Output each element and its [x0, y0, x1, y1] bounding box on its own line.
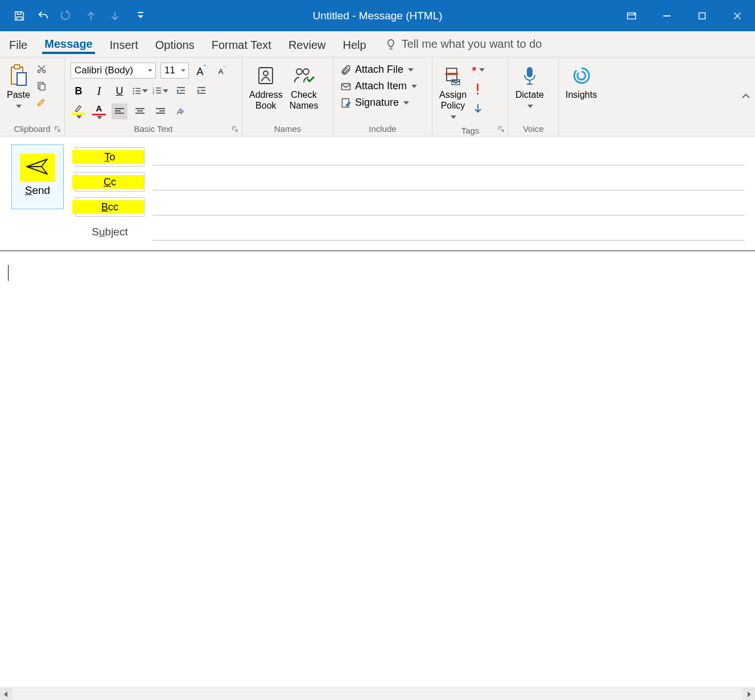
- to-button[interactable]: To: [75, 147, 145, 167]
- svg-rect-2: [663, 15, 671, 16]
- svg-text:3: 3: [152, 92, 154, 95]
- svg-rect-24: [177, 93, 185, 94]
- paste-dropdown[interactable]: [15, 100, 22, 111]
- assign-policy-button[interactable]: Assign Policy: [436, 60, 470, 125]
- check-names-label: Check Names: [290, 89, 319, 111]
- basic-text-launcher[interactable]: [230, 125, 240, 134]
- format-painter-button[interactable]: [35, 96, 48, 110]
- cut-button[interactable]: [35, 62, 48, 76]
- voice-group-label: Voice: [512, 123, 555, 136]
- address-book-button[interactable]: Address Book: [246, 60, 286, 113]
- highlight-color-button[interactable]: [71, 103, 86, 119]
- bullets-button[interactable]: [132, 83, 148, 99]
- horizontal-scrollbar[interactable]: [0, 687, 755, 700]
- clipboard-group-label: Clipboard: [3, 123, 61, 136]
- close-icon[interactable]: [720, 0, 755, 31]
- svg-point-39: [263, 71, 268, 76]
- bcc-button[interactable]: Bcc: [75, 197, 145, 217]
- underline-button[interactable]: U: [112, 83, 127, 99]
- qat-customize-dropdown[interactable]: [135, 7, 146, 25]
- to-field[interactable]: [152, 148, 745, 165]
- low-importance-button[interactable]: [471, 102, 485, 115]
- svg-rect-27: [197, 93, 205, 94]
- signature-button[interactable]: Signature: [337, 95, 412, 110]
- svg-rect-19: [156, 90, 161, 91]
- next-item-icon[interactable]: [106, 7, 124, 25]
- font-color-button[interactable]: A: [91, 103, 107, 119]
- tell-me-search[interactable]: Tell me what you want to do: [385, 38, 542, 51]
- tab-insert[interactable]: Insert: [108, 35, 141, 53]
- names-group-label: Names: [246, 123, 329, 136]
- attach-item-button[interactable]: Attach Item: [337, 78, 420, 94]
- font-family-input[interactable]: [71, 65, 145, 76]
- bcc-field[interactable]: [152, 198, 745, 216]
- format-painter-icon: [36, 97, 47, 109]
- paste-button[interactable]: Paste: [3, 60, 34, 113]
- align-center-button[interactable]: [132, 103, 148, 119]
- svg-rect-47: [477, 84, 478, 91]
- scroll-track[interactable]: [13, 688, 742, 700]
- group-tags: Assign Policy Tags: [432, 57, 509, 136]
- flag-icon: [471, 65, 478, 75]
- check-names-button[interactable]: Check Names: [286, 60, 322, 113]
- low-importance-icon: [473, 103, 482, 114]
- tab-format-text[interactable]: Format Text: [209, 35, 274, 53]
- shrink-font-button[interactable]: Aˇ: [214, 63, 230, 78]
- clipboard-launcher[interactable]: [53, 125, 62, 134]
- previous-item-icon[interactable]: [82, 7, 100, 25]
- clear-formatting-button[interactable]: A: [173, 103, 189, 119]
- cc-button[interactable]: Cc: [75, 172, 145, 192]
- attach-file-button[interactable]: Attach File: [337, 62, 417, 77]
- font-family-combo[interactable]: [71, 63, 156, 78]
- clear-format-icon: A: [176, 106, 186, 117]
- attach-file-label: Attach File: [355, 64, 403, 76]
- font-size-input[interactable]: [161, 65, 178, 76]
- font-size-combo[interactable]: [160, 63, 189, 78]
- svg-rect-30: [115, 113, 124, 114]
- save-icon[interactable]: [10, 7, 28, 25]
- align-left-button[interactable]: [112, 103, 127, 119]
- tab-message[interactable]: Message: [42, 34, 95, 54]
- bold-button[interactable]: B: [71, 83, 86, 99]
- insights-group-label: [562, 123, 609, 136]
- insights-button[interactable]: Insights: [562, 60, 600, 102]
- address-book-label: Address Book: [249, 89, 283, 111]
- minimize-icon[interactable]: [649, 0, 684, 31]
- increase-indent-button[interactable]: [193, 83, 209, 99]
- send-button[interactable]: Send: [11, 144, 64, 209]
- tab-help[interactable]: Help: [341, 35, 369, 53]
- redo-icon[interactable]: [58, 7, 76, 25]
- message-body[interactable]: [0, 250, 755, 687]
- tab-file[interactable]: File: [7, 35, 30, 53]
- scroll-left-button[interactable]: [0, 688, 13, 700]
- font-family-dropdown[interactable]: [145, 63, 155, 78]
- cc-field[interactable]: [152, 173, 745, 190]
- dictate-button[interactable]: Dictate: [512, 60, 547, 113]
- align-right-button[interactable]: [152, 103, 168, 119]
- high-importance-button[interactable]: [471, 82, 485, 96]
- dictate-dropdown[interactable]: [526, 100, 533, 111]
- tab-options[interactable]: Options: [153, 35, 197, 53]
- tags-launcher[interactable]: [497, 125, 506, 134]
- undo-icon[interactable]: [34, 7, 52, 25]
- collapse-ribbon-button[interactable]: [741, 92, 750, 102]
- ribbon-display-options-icon[interactable]: [614, 0, 649, 31]
- send-label: Send: [25, 184, 50, 197]
- font-size-dropdown[interactable]: [178, 63, 188, 78]
- scroll-right-button[interactable]: [742, 688, 755, 700]
- svg-rect-31: [135, 108, 145, 109]
- follow-up-button[interactable]: [471, 63, 485, 77]
- assign-policy-label: Assign Policy: [439, 89, 467, 111]
- assign-policy-dropdown[interactable]: [449, 111, 456, 122]
- numbering-button[interactable]: 123: [152, 83, 168, 99]
- decrease-indent-button[interactable]: [173, 83, 189, 99]
- svg-rect-35: [159, 110, 165, 111]
- tab-review[interactable]: Review: [286, 35, 328, 53]
- copy-button[interactable]: [35, 79, 48, 93]
- svg-rect-26: [201, 90, 205, 91]
- signature-icon: [340, 97, 352, 109]
- italic-button[interactable]: I: [91, 83, 107, 99]
- subject-field[interactable]: [152, 223, 745, 241]
- maximize-icon[interactable]: [684, 0, 720, 31]
- grow-font-button[interactable]: Aˆ: [193, 63, 209, 78]
